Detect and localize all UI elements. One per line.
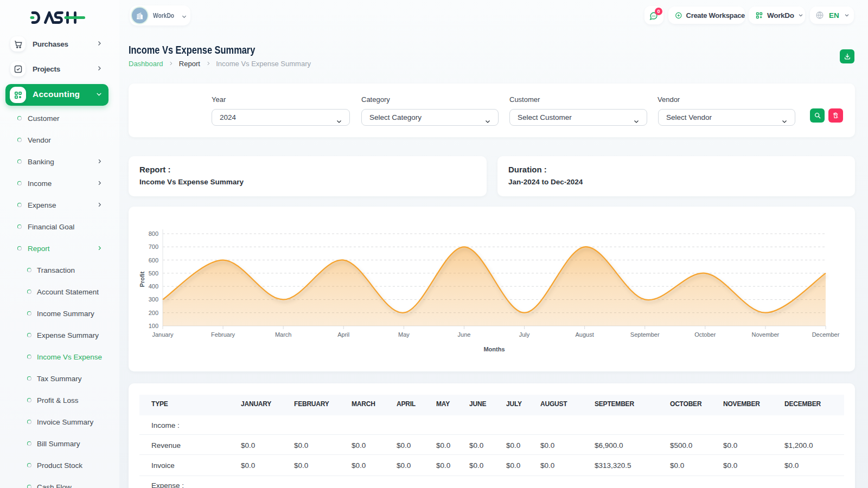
- svg-text:400: 400: [149, 283, 158, 290]
- svg-text:Months: Months: [483, 346, 505, 352]
- svg-text:November: November: [752, 331, 780, 338]
- svg-text:February: February: [211, 331, 235, 338]
- svg-text:September: September: [630, 331, 660, 338]
- svg-text:200: 200: [149, 310, 158, 316]
- svg-text:July: July: [519, 331, 530, 338]
- svg-text:June: June: [458, 331, 471, 338]
- svg-text:500: 500: [149, 270, 158, 277]
- svg-text:August: August: [576, 331, 594, 338]
- svg-text:800: 800: [149, 230, 158, 237]
- svg-text:December: December: [812, 331, 840, 338]
- svg-text:100: 100: [149, 323, 158, 329]
- svg-text:January: January: [152, 331, 174, 338]
- svg-text:300: 300: [149, 296, 158, 303]
- svg-text:March: March: [275, 331, 292, 338]
- svg-text:October: October: [694, 331, 716, 338]
- svg-text:May: May: [398, 331, 410, 338]
- svg-text:700: 700: [149, 243, 158, 250]
- svg-text:Profit: Profit: [139, 271, 145, 287]
- svg-text:April: April: [337, 331, 349, 338]
- svg-text:600: 600: [149, 257, 158, 264]
